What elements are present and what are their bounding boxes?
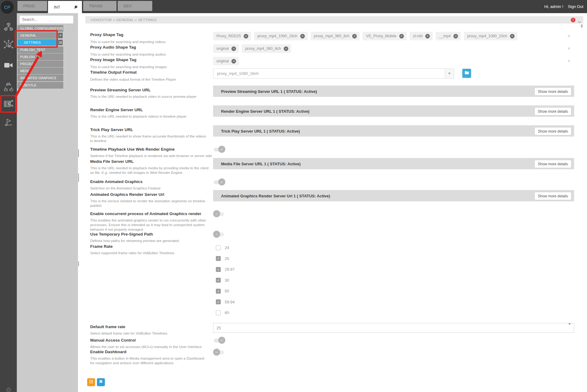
modules-icon[interactable] <box>4 22 13 33</box>
setting-label: Enable Animated Graphics <box>90 179 142 184</box>
distribution-icon[interactable] <box>3 82 14 93</box>
clear-field-icon[interactable]: × <box>567 33 570 39</box>
setting-desc: Switches if the Timeline playback is ren… <box>90 154 212 158</box>
chevron-down-icon[interactable] <box>578 19 581 24</box>
tab-int[interactable]: INT <box>48 1 82 13</box>
toggle-temporary-presigned-path[interactable]: − <box>213 231 225 238</box>
avatar[interactable]: CP <box>1 1 14 14</box>
folder-icon <box>464 70 469 76</box>
checkbox-checked[interactable]: ✓ <box>216 278 221 283</box>
tag-chip[interactable]: proxy_mp4_360_8ch× <box>242 44 291 53</box>
remove-tag-icon[interactable]: × <box>453 34 458 38</box>
clear-field-icon[interactable]: × <box>567 46 570 52</box>
search-input[interactable] <box>19 15 74 24</box>
proxy-shape-tag-field[interactable]: Proxy_RDD25×proxy_mp4_1080_16ch×proxy_mp… <box>213 31 574 41</box>
remove-tag-icon[interactable]: × <box>284 46 288 51</box>
find-settings-button[interactable] <box>97 378 105 386</box>
frame-rate-option[interactable]: 60 <box>216 310 235 315</box>
toggle-concurrent-ag-render[interactable]: − <box>213 210 225 218</box>
show-more-details-button[interactable]: Show more details <box>534 192 571 200</box>
sidebar-item-settings[interactable]: SETTINGS <box>17 39 57 46</box>
dropdown-caret[interactable] <box>445 69 454 78</box>
default-frame-rate-select[interactable]: 25 <box>213 323 574 333</box>
sidebar-item-media[interactable]: MEDIA <box>17 68 63 74</box>
toggle-enable-animated-graphics[interactable]: ✓ <box>213 178 225 186</box>
server-status-text: Preview Streaming Server URL 1 ( STATUS:… <box>221 89 317 93</box>
frame-rate-option[interactable]: ✓59.94 <box>216 299 235 305</box>
tab-dev[interactable]: DEV <box>118 1 152 11</box>
setting-label: Enable Dashboard <box>90 350 127 354</box>
checkbox-unchecked[interactable] <box>216 245 221 250</box>
remove-tag-icon[interactable]: × <box>300 34 305 38</box>
setting-label: Proxy Audio Shape Tag <box>90 45 136 49</box>
show-more-details-button[interactable]: Show more details <box>534 87 571 96</box>
tag-chip[interactable]: proxy_mp4_1080_16ch× <box>254 32 308 40</box>
frame-rate-option[interactable]: ✓50 <box>216 288 235 294</box>
checkbox-checked[interactable]: ✓ <box>216 267 221 272</box>
sidebar-item-project[interactable]: PROJECT <box>17 60 63 67</box>
sidebar-item-publish-test[interactable]: PUBLISH_TEST <box>17 46 63 53</box>
tag-chip-label: original <box>216 59 229 63</box>
browse-folder-button[interactable] <box>462 69 471 78</box>
setting-label: Frame Rate <box>90 244 113 249</box>
edit-config-button[interactable] <box>58 40 63 45</box>
remove-tag-icon[interactable]: × <box>244 34 248 38</box>
checkbox-checked[interactable]: ✓ <box>216 256 221 261</box>
frame-rate-option[interactable]: ✓25 <box>216 256 235 261</box>
sidebar-item-label: GENERAL <box>20 34 36 37</box>
toggle-enable-dashboard[interactable]: − <box>213 349 225 356</box>
proxy-audio-shape-tag-field[interactable]: original×proxy_mp4_360_8ch×× <box>213 43 574 54</box>
video-editor-icon[interactable] <box>3 98 14 111</box>
show-more-details-button[interactable]: Show more details <box>534 127 571 135</box>
remove-tag-icon[interactable]: × <box>425 34 430 38</box>
tag-chip[interactable]: __mp4× <box>436 32 461 40</box>
sign-out-link[interactable]: Sign Out <box>568 4 583 9</box>
scroll-down-icon[interactable] <box>581 26 583 28</box>
setting-label: Enable concurrent process of Animated Gr… <box>90 211 201 216</box>
scroll-up-icon[interactable] <box>581 24 583 26</box>
frame-rate-option[interactable]: 24 <box>216 245 235 250</box>
sidebar-item-general[interactable]: GENERAL+ <box>17 32 57 39</box>
frame-rate-option[interactable]: ✓30 <box>216 278 235 283</box>
automation-icon[interactable] <box>3 40 14 51</box>
remove-tag-icon[interactable]: × <box>510 34 515 38</box>
settings-gear-icon[interactable] <box>3 387 14 392</box>
tag-chip-label: Proxy_RDD25 <box>216 34 241 38</box>
timeline-output-format-input[interactable]: proxy_mp4_1080_16ch <box>213 68 454 79</box>
toggle-manual-access-control[interactable]: ✓ <box>213 337 225 344</box>
show-more-details-button[interactable]: Show more details <box>534 160 571 168</box>
sidebar-item-publish[interactable]: PUBLISH <box>17 53 63 60</box>
remove-tag-icon[interactable]: × <box>399 34 404 38</box>
frame-rate-option[interactable]: ✓29.97 <box>216 267 235 272</box>
tag-chip[interactable]: Proxy_RDD25× <box>213 32 251 40</box>
sidebar-item-animated-graphics[interactable]: ANIMATED GRAPHICS <box>17 75 63 81</box>
proxy-image-shape-tag-field[interactable]: original×× <box>213 56 574 66</box>
sidebar-item-subtitle[interactable]: SUBTITLE <box>17 82 63 89</box>
tab-prod[interactable]: PROD <box>17 1 47 11</box>
add-config-button[interactable]: + <box>58 33 63 38</box>
tag-chip[interactable]: proxy_mp4_360_8ch× <box>311 32 360 40</box>
checkbox-checked[interactable]: ✓ <box>216 299 221 304</box>
config-sidebar: GLOBAL CONFIGURATIONGENERAL+SETTINGSPUBL… <box>17 13 78 392</box>
edit-settings-button[interactable] <box>87 378 95 386</box>
checkbox-checked[interactable]: ✓ <box>216 289 221 294</box>
tab-trans[interactable]: TRANS <box>83 1 116 11</box>
tag-chip[interactable]: original× <box>213 57 239 65</box>
show-more-details-button[interactable]: Show more details <box>534 107 571 115</box>
tag-chip[interactable]: VE_Proxy_Mobile× <box>363 32 406 40</box>
publish-icon[interactable] <box>4 118 13 128</box>
tag-chip-label: zl-rdd <box>413 34 423 38</box>
toggle-timeline-playback-web-render[interactable]: ✓ <box>213 146 225 153</box>
tag-chip[interactable]: zl-rdd× <box>410 32 433 40</box>
camera-icon[interactable] <box>4 62 13 70</box>
checkbox-unchecked[interactable] <box>216 310 221 315</box>
remove-tag-icon[interactable]: × <box>231 59 236 64</box>
clear-field-icon[interactable]: × <box>567 58 570 64</box>
sidebar-item-global-configuration[interactable]: GLOBAL CONFIGURATION <box>17 25 63 32</box>
remove-tag-icon[interactable]: × <box>231 46 236 51</box>
tag-chip[interactable]: proxy_mp4_1080_20ch× <box>464 32 517 40</box>
tag-chip[interactable]: original× <box>213 44 239 53</box>
error-icon[interactable]: ! <box>571 18 575 22</box>
scrollbar-arrows[interactable] <box>581 24 583 28</box>
remove-tag-icon[interactable]: × <box>352 34 357 38</box>
